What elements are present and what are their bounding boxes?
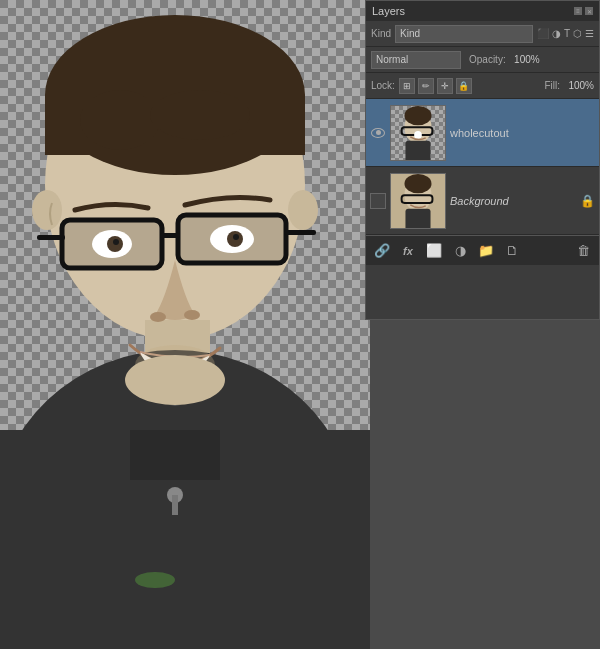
person-svg (0, 0, 370, 649)
lock-label: Lock: (371, 80, 395, 91)
lock-transparent-btn[interactable]: ⊞ (399, 78, 415, 94)
kind-icons: ⬛ ◑ T ⬡ ☰ (537, 28, 594, 39)
layers-panel: Layers ≡ ✕ Kind Kind ⬛ ◑ T ⬡ ☰ Normal Mu… (365, 0, 600, 320)
adjustment-btn[interactable]: ◑ (450, 241, 470, 261)
lock-pixels-btn[interactable]: ✏ (418, 78, 434, 94)
layers-list: wholecutout Background 🔒 (366, 99, 599, 235)
new-layer-btn[interactable]: 🗋 (502, 241, 522, 261)
layer-item-background[interactable]: Background 🔒 (366, 167, 599, 235)
svg-point-35 (414, 131, 422, 139)
svg-rect-13 (172, 495, 178, 515)
svg-point-3 (80, 90, 160, 150)
layers-toolbar: 🔗 fx ⬜ ◑ 📁 🗋 🗑 (366, 235, 599, 265)
svg-point-4 (150, 90, 250, 140)
shape-filter-icon[interactable]: ⬡ (573, 28, 582, 39)
canvas-area (0, 0, 370, 649)
panel-controls: ≡ ✕ (574, 7, 593, 15)
kind-dropdown[interactable]: Kind (395, 25, 533, 43)
add-mask-btn[interactable]: ⬜ (424, 241, 444, 261)
blend-row: Normal Multiply Screen Opacity: 100% (366, 47, 599, 73)
adjustment-filter-icon[interactable]: ◑ (552, 28, 561, 39)
lock-all-btn[interactable]: 🔒 (456, 78, 472, 94)
layer-item-wholecutout[interactable]: wholecutout (366, 99, 599, 167)
layer-name-wholecutout: wholecutout (450, 127, 595, 139)
new-group-btn[interactable]: 📁 (476, 241, 496, 261)
visibility-eye-icon (371, 128, 385, 138)
pixel-filter-icon[interactable]: ⬛ (537, 28, 549, 39)
opacity-label: Opacity: (469, 54, 506, 65)
lock-icons: ⊞ ✏ ✛ 🔒 (399, 78, 472, 94)
eye-pupil (376, 130, 381, 135)
svg-rect-33 (405, 140, 430, 159)
layer-visibility-background[interactable] (370, 193, 386, 209)
layer-visibility-wholecutout[interactable] (370, 125, 386, 141)
layer-name-background: Background (450, 195, 576, 207)
svg-point-30 (125, 355, 225, 405)
layers-title-bar: Layers ≡ ✕ (366, 1, 599, 21)
svg-point-11 (135, 572, 175, 588)
fill-value[interactable]: 100% (564, 80, 594, 91)
svg-rect-39 (405, 208, 430, 227)
lock-row: Lock: ⊞ ✏ ✛ 🔒 Fill: 100% (366, 73, 599, 99)
svg-point-27 (150, 312, 166, 322)
delete-layer-btn[interactable]: 🗑 (573, 241, 593, 261)
svg-point-23 (113, 239, 119, 245)
lock-position-btn[interactable]: ✛ (437, 78, 453, 94)
smartobj-filter-icon[interactable]: ☰ (585, 28, 594, 39)
layer-thumbnail-wholecutout (390, 105, 446, 161)
panel-collapse-btn[interactable]: ≡ (574, 7, 582, 15)
opacity-value[interactable]: 100% (510, 54, 540, 65)
layers-panel-title: Layers (372, 5, 405, 17)
svg-rect-10 (130, 430, 220, 480)
svg-point-6 (288, 190, 318, 230)
svg-rect-18 (160, 233, 180, 238)
link-layers-btn[interactable]: 🔗 (372, 241, 392, 261)
svg-point-32 (405, 106, 432, 125)
svg-rect-20 (284, 230, 316, 235)
svg-rect-19 (37, 235, 65, 240)
type-filter-icon[interactable]: T (564, 28, 570, 39)
fx-btn[interactable]: fx (398, 241, 418, 261)
fill-label: Fill: (544, 80, 560, 91)
thumbnail-person-svg (391, 106, 445, 160)
layer-thumbnail-background (390, 173, 446, 229)
kind-label: Kind (371, 28, 391, 39)
svg-point-26 (233, 234, 239, 240)
panel-close-btn[interactable]: ✕ (585, 7, 593, 15)
blend-mode-dropdown[interactable]: Normal Multiply Screen (371, 51, 461, 69)
thumbnail-bg-svg (391, 174, 445, 228)
kind-row: Kind Kind ⬛ ◑ T ⬡ ☰ (366, 21, 599, 47)
background-lock-icon: 🔒 (580, 194, 595, 208)
svg-point-38 (405, 174, 432, 193)
svg-point-5 (32, 190, 62, 230)
svg-point-28 (184, 310, 200, 320)
